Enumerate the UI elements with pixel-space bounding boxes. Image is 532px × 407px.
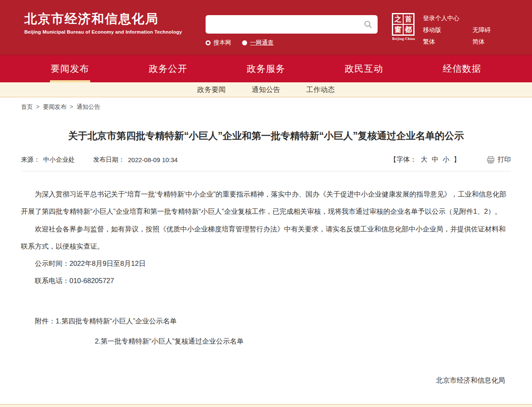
- paragraph-spacer: [21, 290, 511, 312]
- capital-window-char: 窗: [393, 24, 403, 35]
- publicity-period: 公示时间：2022年8月9日至8月12日: [21, 255, 511, 272]
- login-link[interactable]: 登录个人中心: [423, 14, 472, 22]
- breadcrumb-notices[interactable]: 通知公告: [76, 103, 100, 111]
- nav-item-gov-affairs-open[interactable]: 政务公开: [119, 55, 217, 82]
- footer-strip: [0, 404, 532, 407]
- article-meta-right: 【字体： 大 中 小 】: [390, 155, 511, 164]
- radio-ring-icon: [206, 40, 211, 45]
- radio-dot-icon: [242, 40, 247, 45]
- main-nav: 要闻发布 政务公开 政务服务 政民互动 经信数据: [0, 55, 532, 82]
- capital-window-logo[interactable]: 之 首 窗 都 Beijing-China: [392, 13, 415, 41]
- search-box: [206, 15, 378, 34]
- attachment-item-2[interactable]: 2.第一批专精特新“小巨人”复核通过企业公示名单: [21, 333, 511, 350]
- font-size-open-bracket: 【字体：: [390, 155, 417, 164]
- article-paragraph: 欢迎社会各界参与监督，如有异议，按照《优质中小企业梯度培育管理暂行办法》中有关要…: [21, 221, 511, 255]
- source-value: 中小企业处: [43, 156, 75, 164]
- search-icon[interactable]: [363, 20, 373, 29]
- breadcrumb-news-release[interactable]: 要闻发布: [43, 103, 66, 111]
- content-area: 首页 > 要闻发布 > 通知公告 关于北京市第四批专精特新“小巨人”企业和第一批…: [0, 97, 532, 404]
- publish-date-value: 2022-08-09 10:34: [128, 156, 177, 163]
- site-header: 北京市经济和信息化局 Beijing Municipal Bureau of E…: [0, 0, 532, 55]
- font-size-close-bracket: 】: [454, 155, 460, 164]
- accessibility-link[interactable]: 无障碍: [472, 26, 522, 34]
- subnav-item-gov-news[interactable]: 政务要闻: [197, 85, 226, 95]
- breadcrumb-separator: >: [36, 103, 39, 111]
- simplified-chinese-link[interactable]: 简体: [472, 38, 522, 46]
- capital-window-caption: Beijing-China: [392, 37, 415, 41]
- site-logo[interactable]: 北京市经济和信息化局 Beijing Municipal Bureau of E…: [24, 11, 182, 34]
- search-area: 搜本网 一网通查: [206, 15, 378, 47]
- search-scope-network[interactable]: 一网通查: [242, 39, 274, 47]
- breadcrumb-home[interactable]: 首页: [21, 103, 33, 111]
- nav-item-economic-data[interactable]: 经信数据: [413, 55, 511, 82]
- article-title: 关于北京市第四批专精特新“小巨人”企业和第一批专精特新“小巨人”复核通过企业名单…: [29, 129, 504, 143]
- site-title: 北京市经济和信息化局: [24, 11, 182, 26]
- printer-icon: [486, 155, 495, 164]
- font-size-small-button[interactable]: 小: [443, 155, 449, 164]
- attachment-item-1[interactable]: 附件：1.第四批专精特新“小巨人”企业公示名单: [21, 312, 511, 330]
- article-paragraph: 为深入贯彻习近平总书记关于“培育一批‘专精特新’中小企业”的重要指示精神，落实中…: [21, 186, 511, 221]
- search-scope-label: 一网通查: [250, 39, 274, 47]
- article-meta-left: 来源： 中小企业处 发布日期： 2022-08-09 10:34: [21, 156, 177, 164]
- article-signature: 北京市经济和信息化局: [21, 372, 511, 389]
- capital-window-char: 首: [403, 14, 414, 24]
- header-quick-links: 登录个人中心 移动版 无障碍 繁体 简体: [423, 14, 522, 50]
- capital-window-char: 之: [393, 14, 403, 24]
- source-label: 来源：: [21, 156, 40, 164]
- search-scope-this-site[interactable]: 搜本网: [206, 39, 231, 47]
- search-input[interactable]: [206, 15, 378, 34]
- breadcrumb: 首页 > 要闻发布 > 通知公告: [21, 103, 511, 111]
- nav-item-news-release[interactable]: 要闻发布: [21, 55, 119, 82]
- subnav-item-notices[interactable]: 通知公告: [252, 85, 280, 95]
- publish-date-label: 发布日期：: [93, 156, 125, 164]
- search-scope-options: 搜本网 一网通查: [206, 39, 378, 47]
- sub-nav: 政务要闻 通知公告 工作动态: [0, 82, 532, 97]
- nav-item-public-interaction[interactable]: 政民互动: [315, 55, 413, 82]
- traditional-chinese-link[interactable]: 繁体: [423, 38, 472, 46]
- article-body: 为深入贯彻习近平总书记关于“培育一批‘专精特新’中小企业”的重要指示精神，落实中…: [21, 186, 511, 389]
- article-meta-row: 来源： 中小企业处 发布日期： 2022-08-09 10:34 【字体： 大 …: [21, 155, 511, 171]
- nav-item-gov-services[interactable]: 政务服务: [217, 55, 315, 82]
- font-size-large-button[interactable]: 大: [421, 155, 428, 164]
- page: 北京市经济和信息化局 Beijing Municipal Bureau of E…: [0, 0, 532, 407]
- search-scope-label: 搜本网: [214, 39, 231, 47]
- font-size-medium-button[interactable]: 中: [432, 155, 438, 164]
- font-size-control: 【字体： 大 中 小 】: [390, 155, 460, 164]
- capital-window-grid: 之 首 窗 都: [392, 13, 415, 36]
- site-title-english: Beijing Municipal Bureau of Economy and …: [24, 29, 182, 34]
- breadcrumb-separator: >: [70, 103, 73, 111]
- subnav-item-work-updates[interactable]: 工作动态: [306, 85, 335, 95]
- capital-window-char: 都: [403, 24, 414, 35]
- print-button[interactable]: 打印: [486, 155, 511, 164]
- mobile-version-link[interactable]: 移动版: [423, 26, 472, 34]
- print-label: 打印: [498, 155, 511, 164]
- contact-phone: 联系电话：010-68205727: [21, 272, 511, 289]
